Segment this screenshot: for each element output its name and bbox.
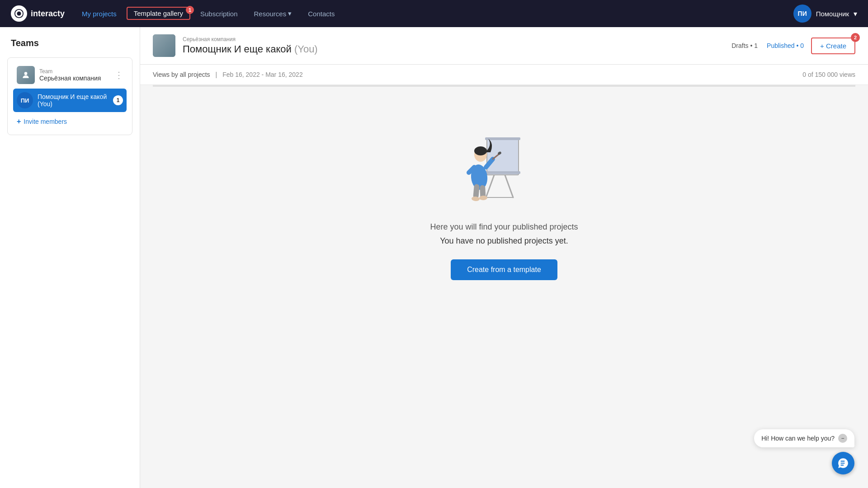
- svg-rect-8: [485, 171, 520, 174]
- member-item-you[interactable]: ПИ Помощник И еще какой (You) 1: [13, 89, 127, 112]
- empty-text-main: Here you will find your published projec…: [430, 222, 578, 232]
- project-company: Серьёзная компания: [183, 36, 724, 42]
- header-stats: Drafts • 1 Published • 0: [731, 42, 804, 49]
- svg-point-1: [17, 11, 21, 15]
- invite-label: Invite members: [24, 118, 67, 125]
- team-card: Team Серьёзная компания ⋮ ПИ Помощник И …: [7, 57, 132, 135]
- svg-point-2: [24, 72, 28, 75]
- create-button[interactable]: + Create: [811, 38, 855, 54]
- empty-state: Here you will find your published projec…: [140, 87, 868, 298]
- user-menu[interactable]: ПИ Помощник ▾: [793, 5, 857, 23]
- team-header[interactable]: Team Серьёзная компания ⋮: [13, 63, 127, 87]
- team-name: Серьёзная компания: [39, 75, 110, 82]
- svg-line-4: [504, 173, 513, 197]
- views-separator: |: [216, 71, 217, 78]
- nav-my-projects[interactable]: My projects: [75, 7, 123, 20]
- plus-icon: +: [17, 117, 21, 126]
- logo[interactable]: interacty: [11, 5, 65, 22]
- member-avatar: ПИ: [17, 92, 33, 108]
- create-button-badge: 2: [851, 33, 860, 42]
- template-gallery-badge: 1: [186, 6, 194, 14]
- user-name: Помощник: [816, 10, 849, 18]
- logo-text: interacty: [31, 9, 65, 19]
- logo-icon: [11, 5, 27, 22]
- drafts-stat: Drafts • 1: [731, 42, 758, 49]
- views-count: 0 of 150 000 views: [802, 71, 855, 78]
- illustration: [454, 114, 554, 213]
- main-layout: Teams Team Серьёзная компания ⋮: [0, 27, 868, 488]
- svg-line-3: [486, 173, 495, 197]
- svg-point-15: [474, 146, 487, 155]
- create-button-wrapper: + Create 2: [811, 38, 855, 54]
- team-options-icon[interactable]: ⋮: [114, 70, 123, 80]
- project-title-suffix: (You): [294, 43, 318, 55]
- chat-widget: Hi! How can we help you? −: [754, 429, 854, 474]
- views-date: Feb 16, 2022 - Mar 16, 2022: [222, 71, 302, 78]
- nav-template-gallery[interactable]: Template gallery: [127, 7, 190, 20]
- chat-bubble: Hi! How can we help you? −: [754, 429, 854, 447]
- create-from-template-button[interactable]: Create from a template: [451, 259, 557, 280]
- invite-members-link[interactable]: + Invite members: [13, 114, 127, 129]
- views-bar: Views by all projects | Feb 16, 2022 - M…: [140, 65, 868, 85]
- project-title: Помощник И еще какой (You): [183, 43, 724, 55]
- team-label: Team: [39, 68, 110, 75]
- nav-contacts[interactable]: Contacts: [302, 7, 341, 20]
- chevron-down-icon: ▾: [288, 9, 292, 18]
- sidebar: Teams Team Серьёзная компания ⋮: [0, 27, 140, 488]
- svg-point-12: [472, 196, 480, 202]
- views-label: Views by all projects: [153, 71, 210, 78]
- user-avatar: ПИ: [793, 5, 811, 23]
- chat-close-icon[interactable]: −: [838, 434, 847, 443]
- chat-messenger-button[interactable]: [832, 452, 854, 474]
- project-info: Серьёзная компания Помощник И еще какой …: [183, 36, 724, 55]
- nav-subscription[interactable]: Subscription: [194, 7, 244, 20]
- user-dropdown-icon: ▾: [854, 9, 857, 18]
- empty-text-sub: You have no published projects yet.: [440, 236, 568, 246]
- sidebar-title: Teams: [7, 38, 132, 48]
- content-area: Серьёзная компания Помощник И еще какой …: [140, 27, 868, 488]
- member-name: Помощник И еще какой (You): [38, 93, 108, 108]
- member-count: 1: [113, 95, 123, 105]
- published-stat[interactable]: Published • 0: [767, 42, 804, 49]
- nav-resources[interactable]: Resources ▾: [248, 7, 298, 20]
- project-avatar: [153, 34, 175, 57]
- svg-rect-7: [485, 137, 520, 140]
- team-avatar: [17, 66, 35, 84]
- navbar: interacty My projects Template gallery 1…: [0, 0, 868, 27]
- chat-bubble-text: Hi! How can we help you?: [761, 435, 835, 442]
- content-header: Серьёзная компания Помощник И еще какой …: [140, 27, 868, 65]
